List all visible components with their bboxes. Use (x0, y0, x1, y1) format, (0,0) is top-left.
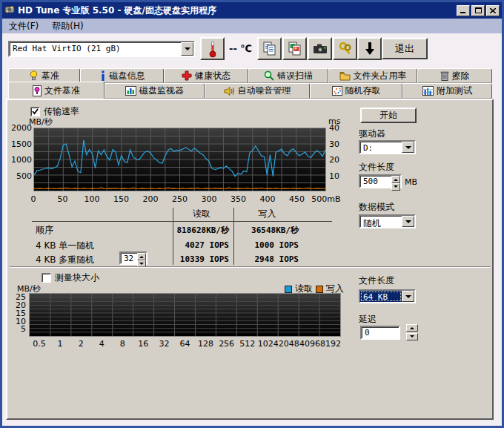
spinner-down-icon[interactable] (391, 183, 400, 191)
minimize-button[interactable] (457, 5, 470, 16)
magnifier-icon (264, 70, 274, 81)
drive-select-value: Red Hat VirtIO (21 gB) (10, 42, 181, 56)
axis-tick-label: 128 (198, 339, 213, 349)
block-size-chart (29, 293, 341, 337)
copy-text-button[interactable] (257, 37, 282, 60)
axis-tick-label: 0 (31, 194, 36, 204)
close-button[interactable] (486, 5, 500, 16)
4k-multi-read-value: 10339 IOPS (174, 254, 229, 264)
checkbox-checked-icon (30, 107, 40, 116)
tab-benchmark[interactable]: 基准 (8, 68, 80, 83)
exit-button[interactable]: 退出 (382, 38, 428, 59)
tab-label: 错误扫描 (277, 70, 313, 82)
tab-health[interactable]: 健康状态 (164, 68, 248, 83)
axis-tick-label: 32 (159, 339, 169, 349)
speaker-icon (224, 86, 235, 96)
tab-random-access[interactable]: 随机存取 (310, 83, 402, 99)
axis-tick-label: 500mB (311, 194, 340, 204)
row-sequential-label: 顺序 (36, 224, 53, 237)
hdtune-window: HD Tune 专业版 5.50 - 硬盘/固态硬盘实用程序 文件(F) 帮助(… (0, 0, 504, 428)
menu-file[interactable]: 文件(F) (2, 19, 45, 34)
start-button[interactable]: 开始 (360, 108, 417, 123)
file-benchmark-panel: 传输速率 MB/秒 ms 200015001000500 40302010 05… (6, 99, 494, 420)
axis-tick-label: 5 (21, 324, 26, 334)
info-icon (99, 70, 107, 81)
tab-label: 磁盘监视器 (139, 85, 184, 97)
sequential-write-value: 36548KB/秒 (232, 225, 299, 236)
data-mode-select[interactable]: 随机 (359, 214, 416, 228)
spinner-up-icon[interactable] (137, 253, 146, 260)
delay-label: 延迟 (359, 313, 377, 326)
chevron-down-icon[interactable] (402, 216, 414, 227)
maximize-button[interactable] (471, 5, 485, 16)
axis-tick-label: 100 (84, 194, 100, 204)
extra-tests-icon (422, 86, 434, 96)
tab-label: 文件夹占用率 (354, 70, 407, 82)
queue-depth-spinner[interactable]: 32 (119, 251, 147, 265)
tab-erase[interactable]: 擦除 (417, 68, 492, 83)
random-dots-icon (332, 86, 342, 96)
checkbox-unchecked-icon (42, 273, 51, 283)
axis-tick-label: 10 (329, 171, 339, 181)
keys-button[interactable] (333, 37, 357, 60)
target-drive-select[interactable]: D: (359, 140, 416, 154)
trash-icon (440, 70, 449, 81)
axis-tick-label: 2 (79, 339, 84, 349)
chevron-down-icon[interactable] (402, 142, 414, 153)
toolbar: Red Hat VirtIO (21 gB) -- ℃ 退出 (2, 33, 502, 68)
lightbulb-icon (29, 70, 39, 81)
axis-tick-label: 150 (113, 194, 129, 204)
tab-auto-acoustic[interactable]: 自动噪音管理 (205, 83, 310, 99)
chevron-down-icon[interactable] (181, 42, 193, 56)
screenshot-button[interactable] (308, 37, 332, 60)
chart-left-unit: MB/秒 (29, 116, 53, 128)
axis-tick-label: 500 (16, 171, 32, 181)
titlebar[interactable]: HD Tune 专业版 5.50 - 硬盘/固态硬盘实用程序 (2, 2, 502, 19)
tab-folder-usage[interactable]: 文件夹占用率 (328, 68, 417, 83)
file-benchmark-icon (33, 85, 42, 96)
axis-tick-label: 2000 (11, 123, 32, 133)
table-header-rule (32, 221, 332, 222)
block-size-select[interactable]: 64 KB (359, 289, 416, 303)
tab-error-scan[interactable]: 错误扫描 (248, 68, 328, 83)
delay-down-button[interactable] (406, 333, 418, 340)
axis-tick-label: 1500 (11, 139, 32, 149)
axis-tick-label: 4096 (299, 339, 320, 349)
tab-disk-info[interactable]: 磁盘信息 (80, 68, 164, 83)
tab-file-benchmark[interactable]: 文件基准 (8, 82, 105, 99)
tab-disk-monitor[interactable]: 磁盘监视器 (105, 83, 205, 99)
tab-label: 自动噪音管理 (238, 85, 291, 97)
axis-tick-label: 20 (329, 155, 339, 165)
block-size-value: 64 KB (360, 291, 402, 302)
drive-select[interactable]: Red Hat VirtIO (21 gB) (8, 41, 195, 57)
temperature-readout: -- ℃ (229, 43, 252, 54)
axis-tick-label: 350 (231, 194, 246, 204)
temperature-button[interactable] (200, 37, 225, 60)
copy-image-button[interactable] (282, 37, 307, 60)
save-down-arrow-icon (364, 42, 376, 56)
block-size-checkbox[interactable]: 测量块大小 (42, 271, 99, 284)
temperature-value: -- (229, 43, 237, 54)
chevron-down-icon[interactable] (402, 291, 414, 302)
health-cross-icon (182, 70, 192, 81)
tab-label: 磁盘信息 (110, 70, 145, 82)
axis-tick-label: 200 (143, 194, 159, 204)
save-results-button[interactable] (357, 37, 382, 60)
window-title: HD Tune 专业版 5.50 - 硬盘/固态硬盘实用程序 (18, 4, 457, 17)
tab-label: 健康状态 (195, 70, 231, 82)
tab-extra-tests[interactable]: 附加测试 (402, 83, 492, 99)
app-icon (4, 4, 15, 17)
write-legend-swatch (316, 286, 323, 293)
file-length-spinner[interactable]: 500 (359, 174, 402, 188)
delay-input[interactable]: 0 (360, 326, 400, 340)
row-4k-single-label: 4 KB 单一随机 (36, 240, 94, 252)
disk-monitor-icon (125, 86, 136, 96)
axis-tick-label: 1 (58, 339, 63, 349)
keys-icon (339, 42, 352, 56)
menu-help[interactable]: 帮助(H) (45, 19, 90, 34)
target-drive-value: D: (360, 142, 402, 153)
spinner-up-icon[interactable] (391, 176, 400, 183)
tab-label: 文件基准 (44, 85, 80, 97)
delay-up-button[interactable] (406, 324, 418, 332)
axis-tick-label: 450 (289, 194, 305, 204)
